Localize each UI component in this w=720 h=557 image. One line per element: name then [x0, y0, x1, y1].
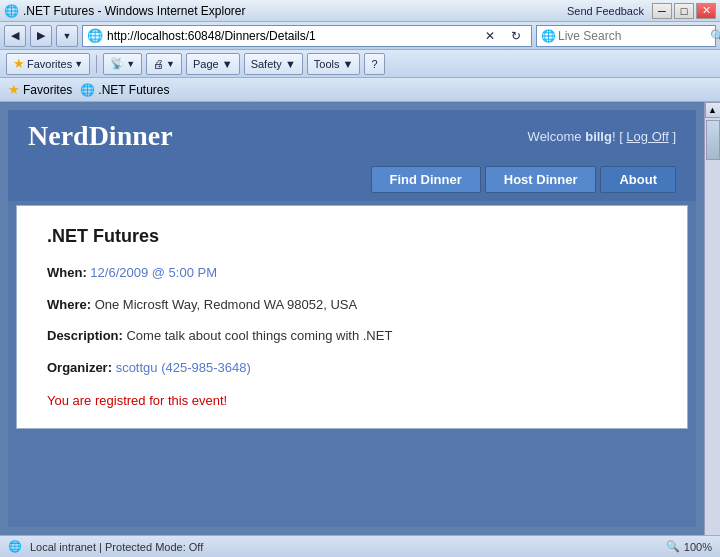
maximize-button[interactable]: □ — [674, 3, 694, 19]
scroll-thumb[interactable] — [706, 120, 720, 160]
forward-button[interactable]: ▶ — [30, 25, 52, 47]
feeds-button[interactable]: 📡 ▼ — [103, 53, 142, 75]
favorites-bar-tab-label: .NET Futures — [98, 83, 169, 97]
minimize-button[interactable]: ─ — [652, 3, 672, 19]
feeds-icon: 📡 — [110, 57, 124, 70]
about-button[interactable]: About — [600, 166, 676, 193]
send-feedback-link[interactable]: Send Feedback — [567, 5, 644, 17]
welcome-label: Welcome — [528, 129, 582, 144]
nav-dropdown-button[interactable]: ▼ — [56, 25, 78, 47]
where-label: Where: — [47, 297, 91, 312]
back-button[interactable]: ◀ — [4, 25, 26, 47]
address-input-wrap: 🌐 ✕ ↻ — [82, 25, 532, 47]
favorites-bar-favorites-label: Favorites — [23, 83, 72, 97]
favorites-bar-star-icon: ★ — [8, 82, 20, 97]
live-search-ie-icon: 🌐 — [541, 29, 556, 43]
page-wrapper: NerdDinner Welcome billg! [ Log Off ] Fi… — [0, 102, 704, 535]
favorites-bar: ★ Favorites 🌐 .NET Futures — [0, 78, 720, 102]
stop-button[interactable]: ✕ — [479, 27, 501, 45]
where-value: One Microsft Way, Redmond WA 98052, USA — [95, 297, 358, 312]
feeds-dropdown-icon: ▼ — [126, 59, 135, 69]
star-icon: ★ — [13, 56, 25, 71]
welcome-area: Welcome billg! [ Log Off ] — [528, 129, 676, 144]
print-dropdown-icon: ▼ — [166, 59, 175, 69]
browser-content: NerdDinner Welcome billg! [ Log Off ] Fi… — [0, 102, 720, 535]
zoom-icon: 🔍 — [666, 540, 680, 553]
dinner-detail-card: .NET Futures When: 12/6/2009 @ 5:00 PM W… — [16, 205, 688, 429]
print-icon: 🖨 — [153, 58, 164, 70]
when-value: 12/6/2009 @ 5:00 PM — [90, 265, 217, 280]
description-label: Description: — [47, 328, 123, 343]
favorites-button[interactable]: ★ Favorites ▼ — [6, 53, 90, 75]
registration-message: You are registred for this event! — [47, 393, 657, 408]
site-title: NerdDinner — [28, 120, 173, 152]
site-nav: Find Dinner Host Dinner About — [8, 162, 696, 201]
description-row: Description: Come talk about cool things… — [47, 326, 657, 346]
username-label: billg — [585, 129, 612, 144]
organizer-value: scottgu (425-985-3648) — [116, 360, 251, 375]
browser-toolbar: ★ Favorites ▼ 📡 ▼ 🖨 ▼ Page ▼ Safety ▼ To… — [0, 50, 720, 78]
find-dinner-button[interactable]: Find Dinner — [371, 166, 481, 193]
favorites-bar-tab[interactable]: 🌐 .NET Futures — [80, 83, 169, 97]
logoff-link[interactable]: Log Off — [626, 129, 668, 144]
address-bar: ◀ ▶ ▼ 🌐 ✕ ↻ 🌐 🔍 — [0, 22, 720, 50]
when-label: When: — [47, 265, 87, 280]
safety-button[interactable]: Safety ▼ — [244, 53, 303, 75]
favorites-bar-favorites[interactable]: ★ Favorites — [8, 82, 72, 97]
live-search-button[interactable]: 🔍 — [710, 27, 720, 45]
ie-logo-small: 🌐 — [87, 28, 103, 43]
close-button[interactable]: ✕ — [696, 3, 716, 19]
toolbar-separator-1 — [96, 55, 97, 73]
tools-button[interactable]: Tools ▼ — [307, 53, 361, 75]
scrollbar[interactable]: ▲ — [704, 102, 720, 535]
title-bar: 🌐 .NET Futures - Windows Internet Explor… — [0, 0, 720, 22]
print-button[interactable]: 🖨 ▼ — [146, 53, 182, 75]
ie-icon: 🌐 — [4, 4, 19, 18]
favorites-dropdown-icon: ▼ — [74, 59, 83, 69]
description-value: Come talk about cool things coming with … — [126, 328, 392, 343]
organizer-label: Organizer: — [47, 360, 112, 375]
status-bar: 🌐 Local intranet | Protected Mode: Off 🔍… — [0, 535, 720, 557]
favorites-label: Favorites — [27, 58, 72, 70]
zone-icon: 🌐 — [8, 540, 22, 553]
scroll-up-button[interactable]: ▲ — [705, 102, 721, 118]
ie-favicon: 🌐 — [80, 83, 95, 97]
live-search-input[interactable] — [558, 29, 708, 43]
address-input[interactable] — [107, 29, 475, 43]
window-title: .NET Futures - Windows Internet Explorer — [23, 4, 246, 18]
live-search-wrap: 🌐 🔍 — [536, 25, 716, 47]
help-button[interactable]: ? — [364, 53, 384, 75]
zoom-area: 🔍 100% — [666, 540, 712, 553]
zoom-text: 100% — [684, 541, 712, 553]
page-button[interactable]: Page ▼ — [186, 53, 240, 75]
zone-text: Local intranet | Protected Mode: Off — [30, 541, 203, 553]
refresh-button[interactable]: ↻ — [505, 27, 527, 45]
host-dinner-button[interactable]: Host Dinner — [485, 166, 597, 193]
site-header: NerdDinner Welcome billg! [ Log Off ] — [8, 110, 696, 162]
organizer-row: Organizer: scottgu (425-985-3648) — [47, 358, 657, 378]
page-inner: NerdDinner Welcome billg! [ Log Off ] Fi… — [8, 110, 696, 527]
title-bar-buttons: Send Feedback ─ □ ✕ — [567, 3, 716, 19]
title-bar-left: 🌐 .NET Futures - Windows Internet Explor… — [4, 4, 246, 18]
dinner-title: .NET Futures — [47, 226, 657, 247]
when-row: When: 12/6/2009 @ 5:00 PM — [47, 263, 657, 283]
where-row: Where: One Microsft Way, Redmond WA 9805… — [47, 295, 657, 315]
